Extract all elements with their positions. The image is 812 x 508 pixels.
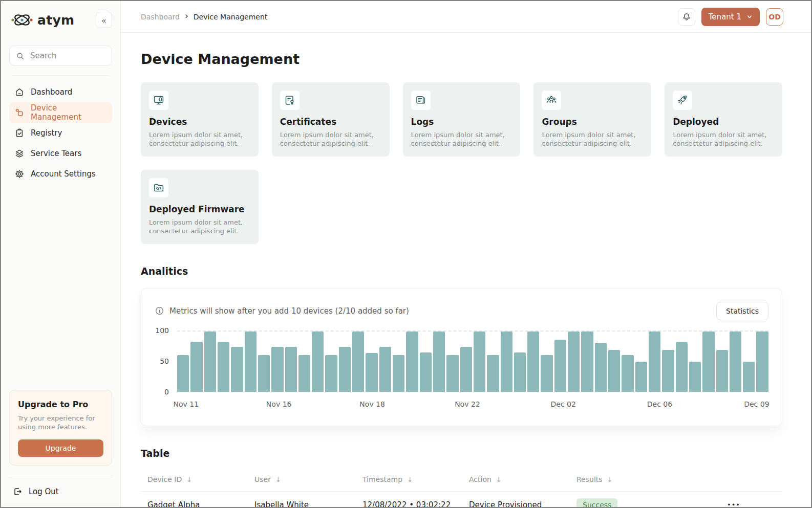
main-area: Dashboard › Device Management Tenant 1: [121, 1, 811, 507]
breadcrumb-current: Device Management: [194, 13, 268, 21]
card-devices[interactable]: Devices Lorem ipsum dolor sit amet, cons…: [141, 82, 259, 157]
row-actions-menu[interactable]: •••: [727, 501, 740, 507]
upgrade-description: Try your experience for using more featu…: [18, 414, 103, 432]
notifications-button[interactable]: [678, 8, 695, 26]
search-input[interactable]: [29, 51, 105, 61]
upgrade-button[interactable]: Upgrade: [18, 439, 103, 457]
clipboard-icon: [14, 128, 25, 138]
card-title: Deployed: [673, 117, 774, 127]
chart-x-axis: Nov 11Nov 16Nov 18Nov 22Dec 02Dec 06Dec …: [177, 400, 768, 415]
sidebar-item-account-settings[interactable]: Account Settings: [9, 164, 112, 184]
column-label: User: [254, 475, 271, 483]
sidebar-item-dashboard[interactable]: Dashboard: [9, 82, 112, 102]
sort-icon[interactable]: ↓: [607, 476, 613, 483]
sidebar-item-registry[interactable]: Registry: [9, 123, 112, 143]
bar: [689, 362, 701, 392]
certificate-icon: [280, 91, 300, 110]
bar: [702, 332, 714, 392]
card-description: Lorem ipsum dolor sit amet, consectetur …: [149, 218, 250, 236]
bar: [554, 340, 566, 392]
bar: [298, 355, 310, 392]
sort-icon[interactable]: ↓: [186, 476, 192, 483]
cell-user: Isabella White: [254, 500, 362, 507]
card-description: Lorem ipsum dolor sit amet, consectetur …: [673, 131, 774, 148]
bar: [649, 332, 660, 392]
sidebar-collapse-button[interactable]: «: [96, 12, 112, 28]
bar: [608, 350, 620, 392]
metrics-notice-text: Metrics will show after you add 10 devic…: [169, 306, 409, 316]
bar: [379, 347, 391, 392]
sort-icon[interactable]: ↓: [275, 476, 281, 483]
bar: [406, 332, 418, 392]
bar: [433, 332, 445, 392]
home-icon: [14, 87, 25, 97]
sidebar-item-service-tears[interactable]: Service Tears: [9, 143, 112, 164]
bar: [568, 332, 580, 392]
table-header-row: Device ID ↓ User ↓ Timestamp ↓ Action ↓: [141, 468, 782, 492]
sort-icon[interactable]: ↓: [407, 476, 413, 483]
card-description: Lorem ipsum dolor sit amet, consectetur …: [280, 131, 381, 148]
card-deployed[interactable]: Deployed Lorem ipsum dolor sit amet, con…: [665, 82, 782, 157]
card-title: Logs: [411, 117, 512, 127]
user-avatar[interactable]: OD: [766, 8, 783, 26]
sidebar-nav: Dashboard Device Management Registry: [9, 82, 112, 184]
card-groups[interactable]: Groups Lorem ipsum dolor sit amet, conse…: [533, 82, 651, 157]
column-header-user[interactable]: User ↓: [254, 475, 362, 483]
card-logs[interactable]: Logs Lorem ipsum dolor sit amet, consect…: [403, 82, 521, 157]
column-header-timestamp[interactable]: Timestamp ↓: [362, 475, 469, 483]
groups-icon: [542, 91, 561, 110]
column-label: Results: [576, 475, 603, 483]
topbar-actions: Tenant 1 OD: [678, 8, 783, 26]
bar: [581, 332, 593, 392]
card-description: Lorem ipsum dolor sit amet, consectetur …: [149, 131, 250, 148]
tenant-selector[interactable]: Tenant 1: [701, 8, 760, 26]
bar: [527, 332, 539, 392]
sidebar-item-device-management[interactable]: Device Management: [9, 102, 112, 123]
x-tick-label: Nov 18: [359, 400, 385, 408]
sort-icon[interactable]: ↓: [496, 476, 502, 483]
chevron-down-icon: [746, 14, 753, 20]
bar: [204, 332, 216, 392]
bar: [716, 350, 728, 392]
chart-bars: [177, 330, 768, 392]
bar: [245, 332, 257, 392]
rocket-icon: [673, 91, 692, 110]
chart-y-axis: 100 50 0: [155, 330, 177, 392]
statistics-button[interactable]: Statistics: [716, 302, 768, 320]
bar: [393, 355, 404, 392]
sidebar: atym « Dashboard: [1, 1, 121, 507]
column-label: Action: [469, 475, 492, 483]
bar: [474, 332, 485, 392]
bar: [541, 355, 552, 392]
card-deployed-firmware[interactable]: Deployed Firmware Lorem ipsum dolor sit …: [141, 170, 259, 244]
cell-timestamp: 12/08/2022 • 03:02:22: [362, 500, 469, 507]
atym-logo: atym: [11, 11, 74, 29]
x-tick-label: Dec 02: [551, 400, 576, 408]
card-description: Lorem ipsum dolor sit amet, consectetur …: [542, 131, 643, 148]
logout-button[interactable]: Log Out: [9, 476, 112, 499]
app-window: atym « Dashboard: [0, 0, 812, 508]
info-icon: [155, 306, 164, 316]
bar: [285, 347, 297, 392]
bar: [487, 355, 499, 392]
card-certificates[interactable]: Certificates Lorem ipsum dolor sit amet,…: [272, 82, 390, 157]
tenant-label: Tenant 1: [709, 12, 741, 21]
bar: [662, 350, 674, 392]
bar: [743, 362, 755, 392]
chart-plot: [177, 330, 768, 392]
column-header-device-id[interactable]: Device ID ↓: [147, 475, 254, 483]
column-header-action[interactable]: Action ↓: [469, 475, 576, 483]
column-header-results[interactable]: Results ↓: [576, 475, 727, 483]
search-icon: [16, 52, 25, 60]
y-tick-100: 100: [155, 327, 169, 334]
bar: [231, 347, 243, 392]
chart-header: Metrics will show after you add 10 devic…: [155, 302, 768, 320]
chevron-right-icon: ›: [185, 12, 188, 21]
bar: [339, 347, 351, 392]
search-box[interactable]: [9, 46, 112, 66]
card-title: Deployed Firmware: [149, 204, 250, 214]
x-tick-label: Nov 11: [174, 400, 199, 408]
breadcrumb-dashboard[interactable]: Dashboard: [141, 13, 180, 21]
sidebar-item-label: Service Tears: [31, 149, 81, 158]
metrics-notice: Metrics will show after you add 10 devic…: [155, 306, 409, 316]
